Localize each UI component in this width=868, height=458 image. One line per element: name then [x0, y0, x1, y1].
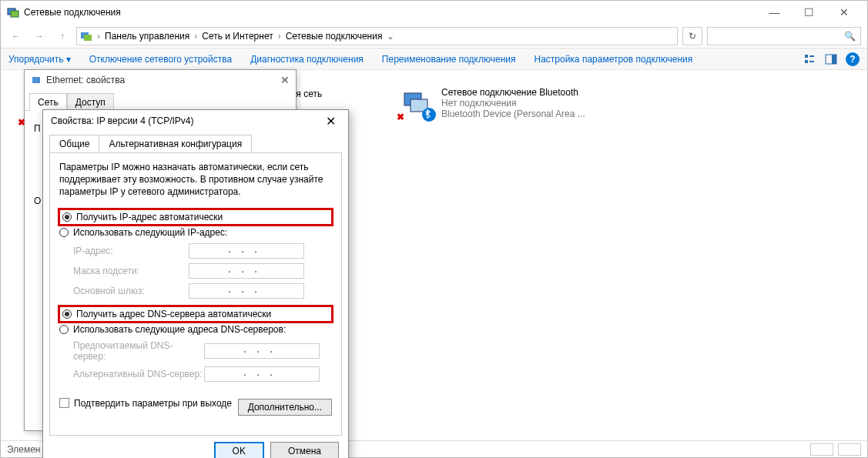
close-button[interactable]: ✕ [826, 2, 861, 23]
help-icon[interactable]: ? [846, 52, 860, 66]
radio-label: Получить IP-адрес автоматически [76, 212, 223, 222]
radio-obtain-dns-auto[interactable]: Получить адрес DNS-сервера автоматически [59, 306, 332, 322]
disable-device-cmd[interactable]: Отключение сетевого устройства [89, 54, 232, 65]
breadcrumb[interactable]: Сетевые подключения [286, 31, 383, 42]
radio-label: Использовать следующий IP-адрес: [73, 227, 227, 238]
refresh-button[interactable]: ↻ [682, 27, 702, 45]
network-item-bluetooth[interactable]: ✖ Сетевое подключение Bluetooth Нет подк… [401, 87, 585, 121]
chevron-down-icon[interactable]: ⌄ [387, 31, 394, 42]
svg-rect-3 [84, 35, 92, 41]
subnet-mask-input: ... [189, 263, 304, 279]
dialog-title: Ethernet: свойства [46, 75, 280, 85]
command-bar: Упорядочить ▾ Отключение сетевого устрой… [1, 48, 867, 70]
up-button[interactable]: ↑ [53, 27, 72, 45]
svg-rect-9 [832, 55, 836, 64]
preferred-dns-label: Предпочитаемый DNS-сервер: [73, 340, 204, 362]
organize-menu[interactable]: Упорядочить ▾ [8, 54, 71, 65]
svg-rect-1 [11, 11, 18, 17]
ethernet-icon [31, 75, 42, 85]
radio-label: Использовать следующие адреса DNS-сервер… [73, 324, 286, 335]
bluetooth-icon [421, 107, 437, 122]
view-options-icon[interactable] [803, 52, 816, 66]
preview-pane-icon[interactable] [824, 52, 838, 66]
breadcrumb[interactable]: Сеть и Интернет [202, 31, 273, 42]
alternate-dns-input: ... [204, 366, 320, 382]
tab-general[interactable]: Общие [49, 135, 99, 152]
network-connections-icon [7, 6, 19, 18]
ip-address-label: IP-адрес: [73, 246, 189, 256]
svg-rect-5 [805, 60, 808, 63]
info-text: Параметры IP можно назначать автоматичес… [59, 161, 332, 199]
svg-rect-4 [805, 55, 808, 58]
minimize-button[interactable]: — [757, 2, 792, 23]
preferred-dns-input: ... [204, 343, 320, 359]
radio-icon [59, 228, 69, 237]
validate-checkbox-row[interactable]: Подтвердить параметры при выходе Дополни… [59, 391, 332, 416]
network-connections-icon [80, 30, 92, 42]
svg-rect-7 [809, 61, 814, 62]
subnet-mask-label: Маска подсети: [73, 266, 189, 276]
radio-obtain-ip-auto[interactable]: Получить IP-адрес автоматически [59, 209, 332, 225]
radio-icon [59, 325, 69, 334]
tab-network[interactable]: Сеть [29, 93, 67, 111]
item-label: Сетевое подключение Bluetooth [441, 87, 585, 98]
tab-panel: Параметры IP можно назначать автоматичес… [49, 152, 342, 436]
address-bar: ← → ↑ › Панель управления › Сеть и Интер… [1, 24, 867, 48]
cancel-button[interactable]: Отмена [270, 442, 339, 458]
tab-alternate-config[interactable]: Альтернативная конфигурация [99, 135, 252, 152]
checkbox-icon [59, 398, 69, 408]
status-text: Элемен [7, 444, 40, 455]
advanced-button[interactable]: Дополнительно... [238, 399, 332, 416]
window-title: Сетевые подключения [24, 7, 757, 18]
close-icon[interactable]: ✕ [320, 112, 340, 129]
svg-point-12 [422, 108, 436, 122]
forward-button[interactable]: → [30, 27, 49, 45]
radio-icon [62, 212, 72, 222]
ok-button[interactable]: OK [214, 442, 264, 458]
details-view-icon[interactable] [810, 443, 833, 456]
alternate-dns-label: Альтернативный DNS-сервер: [73, 369, 204, 379]
svg-rect-6 [809, 55, 814, 57]
gateway-label: Основной шлюз: [73, 286, 189, 296]
checkbox-label: Подтвердить параметры при выходе [74, 398, 232, 409]
tab-access[interactable]: Доступ [67, 93, 114, 111]
address-box[interactable]: › Панель управления › Сеть и Интернет › … [76, 27, 678, 45]
breadcrumb[interactable]: Панель управления [105, 31, 189, 42]
rename-cmd[interactable]: Переименование подключения [382, 54, 516, 65]
dialog-title: Свойства: IP версии 4 (TCP/IPv4) [51, 115, 320, 126]
icons-view-icon[interactable] [838, 443, 861, 456]
radio-use-dns[interactable]: Использовать следующие адреса DNS-сервер… [59, 322, 332, 337]
settings-cmd[interactable]: Настройка параметров подключения [534, 54, 692, 65]
ipv4-properties-dialog: Свойства: IP версии 4 (TCP/IPv4) ✕ Общие… [42, 109, 349, 458]
svg-rect-13 [32, 77, 40, 83]
radio-use-ip[interactable]: Использовать следующий IP-адрес: [59, 225, 332, 240]
search-input[interactable]: 🔍 [707, 27, 861, 45]
ip-address-input: ... [189, 243, 304, 259]
maximize-button[interactable]: ☐ [792, 2, 826, 23]
search-icon: 🔍 [844, 31, 856, 42]
radio-label: Получить адрес DNS-сервера автоматически [76, 309, 271, 319]
radio-icon [62, 309, 72, 319]
titlebar: Сетевые подключения — ☐ ✕ [1, 1, 867, 24]
close-icon[interactable]: ✕ [280, 74, 290, 86]
back-button[interactable]: ← [7, 27, 25, 45]
diagnose-cmd[interactable]: Диагностика подключения [250, 54, 364, 65]
gateway-input: ... [189, 283, 304, 299]
